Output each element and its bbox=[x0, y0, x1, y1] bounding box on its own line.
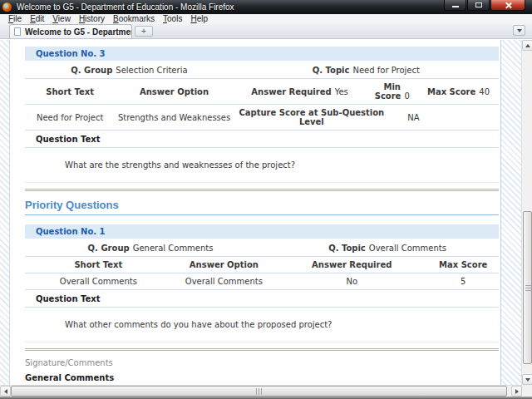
page-right-margin-stripes bbox=[501, 40, 521, 385]
col-answer-required: Answer Required bbox=[276, 260, 427, 269]
active-tab[interactable]: Welcome to G5 - Department of Edu... bbox=[9, 24, 132, 38]
title-bar: Welcome to G5 - Department of Education … bbox=[0, 0, 532, 14]
window-title: Welcome to G5 - Department of Education … bbox=[17, 2, 234, 12]
col-max-score: Max Score40 bbox=[418, 87, 499, 96]
q-topic-value: Overall Comments bbox=[369, 244, 446, 253]
short-text-value: Need for Project bbox=[25, 113, 115, 122]
col-max-score: Max Score bbox=[427, 260, 499, 269]
tab-title: Welcome to G5 - Department of Edu... bbox=[25, 27, 132, 37]
restore-icon bbox=[475, 2, 482, 7]
question-text: What other comments do you have about th… bbox=[25, 308, 499, 342]
menu-file[interactable]: File bbox=[4, 14, 26, 24]
scrollbar-corner bbox=[522, 385, 532, 397]
tab-bar: Welcome to G5 - Department of Edu... + bbox=[0, 24, 532, 39]
q-topic-value: Need for Project bbox=[352, 66, 419, 75]
scroll-down-button[interactable] bbox=[522, 374, 532, 385]
horizontal-scrollbar[interactable] bbox=[0, 385, 522, 397]
menu-view[interactable]: View bbox=[48, 14, 75, 24]
signature-comments-title: Signature/Comments bbox=[25, 351, 499, 368]
q-group-value: Selection Criteria bbox=[116, 66, 187, 75]
minimize-icon bbox=[452, 6, 459, 7]
menu-help[interactable]: Help bbox=[186, 14, 212, 24]
arrow-right-icon bbox=[515, 389, 519, 394]
question-text: What are the strengths and weaknesses of… bbox=[25, 148, 499, 183]
menu-edit[interactable]: Edit bbox=[26, 14, 48, 24]
answer-option-value: Strengths and Weaknesses bbox=[115, 113, 234, 122]
close-button[interactable] bbox=[490, 0, 525, 11]
max-score-value: 40 bbox=[479, 87, 490, 96]
firefox-window: Welcome to G5 - Department of Education … bbox=[0, 0, 532, 399]
answer-required-value: Yes bbox=[335, 87, 348, 96]
table-header-row: Short Text Answer Option Answer Required… bbox=[25, 257, 499, 273]
answer-required-value: No bbox=[276, 277, 427, 286]
menu-tools[interactable]: Tools bbox=[159, 14, 186, 24]
capture-score-label: Capture Score at Sub-Question Level bbox=[234, 108, 390, 126]
question-section-header: Question No. 1 bbox=[25, 224, 499, 239]
page-favicon-icon bbox=[14, 27, 21, 36]
question-text-heading: Question Text bbox=[25, 290, 499, 308]
menu-bar: File Edit View History Bookmarks Tools H… bbox=[0, 14, 532, 24]
table-data-row: Overall Comments Overall Comments No 5 bbox=[25, 273, 499, 290]
vertical-scrollbar[interactable] bbox=[521, 40, 532, 385]
col-short-text: Short Text bbox=[25, 87, 115, 96]
max-score-value: 5 bbox=[427, 277, 499, 286]
q-group-label: Q. Group bbox=[88, 244, 130, 253]
priority-questions-heading: Priority Questions bbox=[25, 191, 499, 215]
table-data-row: Need for Project Strengths and Weaknesse… bbox=[25, 105, 499, 131]
col-short-text: Short Text bbox=[25, 260, 172, 269]
vertical-scrollbar-thumb[interactable] bbox=[523, 211, 532, 364]
scrollbar-grip-icon bbox=[525, 284, 531, 291]
scroll-right-button[interactable] bbox=[511, 386, 522, 397]
scroll-left-button[interactable] bbox=[0, 386, 11, 397]
arrow-down-icon bbox=[525, 378, 530, 382]
horizontal-scrollbar-thumb[interactable] bbox=[11, 386, 507, 397]
arrow-up-icon bbox=[525, 44, 530, 47]
table-row: Q. GroupSelection Criteria Q. TopicNeed … bbox=[25, 62, 499, 79]
list-all-tabs-button[interactable] bbox=[513, 25, 525, 36]
q-topic-label: Q. Topic bbox=[328, 244, 366, 253]
menu-history[interactable]: History bbox=[75, 14, 109, 24]
window-controls bbox=[443, 0, 525, 11]
q-group-cell: Q. GroupGeneral Comments bbox=[25, 244, 276, 253]
general-comments-label: General Comments bbox=[25, 368, 499, 383]
page-left-margin-stripes bbox=[0, 40, 10, 385]
table-header-row: Short Text Answer Option Answer Required… bbox=[25, 79, 499, 105]
q-topic-label: Q. Topic bbox=[313, 66, 350, 75]
minimize-button[interactable] bbox=[444, 0, 466, 11]
q-group-label: Q. Group bbox=[71, 66, 112, 75]
q-group-cell: Q. GroupSelection Criteria bbox=[25, 66, 234, 75]
question-section-header: Question No. 3 bbox=[25, 47, 499, 61]
col-answer-option: Answer Option bbox=[172, 260, 276, 269]
capture-score-value: NA bbox=[390, 113, 437, 122]
q-topic-cell: Q. TopicNeed for Project bbox=[234, 66, 499, 75]
firefox-icon bbox=[2, 2, 12, 12]
answer-option-value: Overall Comments bbox=[172, 277, 276, 286]
scroll-up-button[interactable] bbox=[522, 40, 532, 51]
col-answer-option: Answer Option bbox=[115, 87, 234, 96]
min-score-value: 0 bbox=[404, 91, 409, 101]
chevron-down-icon bbox=[517, 29, 522, 32]
close-icon bbox=[505, 2, 512, 9]
menu-bookmarks[interactable]: Bookmarks bbox=[109, 14, 159, 24]
g5-page-content: Question No. 3 Q. GroupSelection Criteri… bbox=[11, 40, 501, 385]
restore-button[interactable] bbox=[467, 0, 490, 11]
scrollbar-grip-icon bbox=[256, 388, 263, 395]
new-tab-button[interactable]: + bbox=[135, 26, 153, 37]
col-min-score: Min Score0 bbox=[366, 82, 418, 101]
short-text-value: Overall Comments bbox=[25, 277, 172, 286]
q-group-value: General Comments bbox=[133, 244, 214, 253]
question-text-heading: Question Text bbox=[25, 131, 499, 148]
arrow-left-icon bbox=[4, 389, 7, 394]
col-answer-required: Answer RequiredYes bbox=[234, 87, 367, 96]
table-row: Q. GroupGeneral Comments Q. TopicOverall… bbox=[25, 240, 499, 257]
browser-viewport: Question No. 3 Q. GroupSelection Criteri… bbox=[0, 40, 532, 385]
q-topic-cell: Q. TopicOverall Comments bbox=[276, 244, 499, 253]
